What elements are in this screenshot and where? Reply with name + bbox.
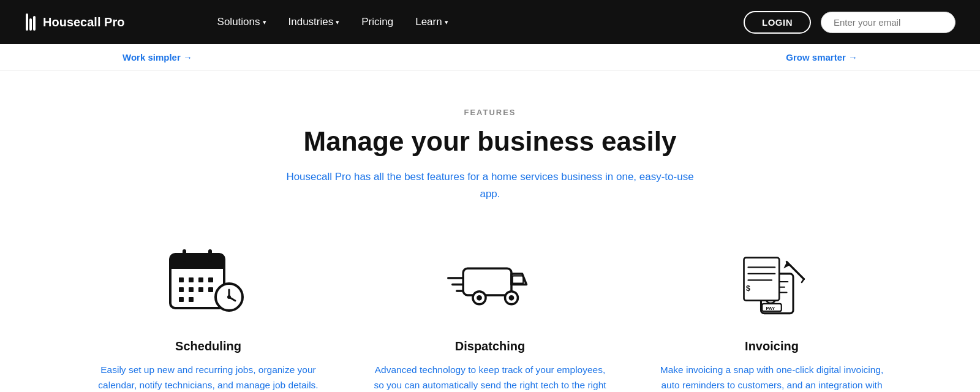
svg-rect-9 xyxy=(189,277,194,282)
dispatching-icon-wrap xyxy=(441,239,539,325)
grow-smarter-link[interactable]: Grow smarter → xyxy=(786,52,858,62)
svg-rect-17 xyxy=(189,297,194,302)
features-title: Manage your business easily xyxy=(49,127,931,156)
work-simpler-link[interactable]: Work simpler → xyxy=(123,52,192,62)
svg-point-21 xyxy=(227,295,231,299)
features-section: FEATURES Manage your business easily Hou… xyxy=(0,71,980,392)
invoicing-title: Invoicing xyxy=(745,339,799,353)
feature-card-dispatching: Dispatching Advanced technology to keep … xyxy=(374,239,606,392)
svg-rect-11 xyxy=(208,277,213,282)
dispatching-desc: Advanced technology to keep track of you… xyxy=(374,362,606,392)
svg-rect-7 xyxy=(208,249,212,262)
svg-text:$: $ xyxy=(746,284,750,293)
svg-rect-1 xyxy=(29,18,32,31)
logo-text: Housecall Pro xyxy=(43,15,124,29)
scheduling-title: Scheduling xyxy=(175,339,241,353)
invoicing-icon-wrap: $ PAY $ xyxy=(723,239,821,325)
logo-icon xyxy=(24,13,38,31)
svg-line-46 xyxy=(802,279,804,282)
scheduling-icon xyxy=(165,242,251,322)
feature-card-invoicing: $ PAY $ Invoicing xyxy=(655,239,888,392)
svg-rect-10 xyxy=(198,277,203,282)
features-eyebrow: FEATURES xyxy=(49,108,931,117)
nav-item-learn[interactable]: Learn ▾ xyxy=(415,16,448,28)
nav-item-solutions[interactable]: Solutions ▾ xyxy=(217,16,266,28)
invoicing-icon: $ PAY $ xyxy=(729,242,815,322)
navbar: Housecall Pro Solutions ▾ Industries ▾ P… xyxy=(0,0,980,44)
dispatching-icon xyxy=(447,242,533,322)
dispatching-title: Dispatching xyxy=(455,339,525,353)
svg-rect-6 xyxy=(183,249,186,262)
svg-rect-0 xyxy=(26,13,28,31)
nav-item-industries[interactable]: Industries ▾ xyxy=(288,16,340,28)
svg-rect-5 xyxy=(170,262,224,269)
svg-rect-8 xyxy=(179,277,184,282)
navbar-actions: LOGIN xyxy=(744,11,956,34)
svg-rect-14 xyxy=(198,287,203,292)
email-input[interactable] xyxy=(821,12,956,33)
nav-menu: Solutions ▾ Industries ▾ Pricing Learn ▾ xyxy=(217,16,448,28)
invoicing-desc: Make invoicing a snap with one-click dig… xyxy=(655,362,888,392)
svg-rect-39 xyxy=(744,257,780,300)
scheduling-icon-wrap xyxy=(159,239,257,325)
features-grid: Scheduling Easily set up new and recurri… xyxy=(49,239,931,392)
svg-rect-22 xyxy=(463,268,511,295)
svg-rect-16 xyxy=(179,297,184,302)
svg-rect-2 xyxy=(33,16,36,31)
chevron-down-icon: ▾ xyxy=(263,18,266,26)
svg-rect-12 xyxy=(179,287,184,292)
svg-point-27 xyxy=(509,295,514,301)
svg-point-25 xyxy=(477,295,482,301)
svg-text:PAY: PAY xyxy=(766,305,775,311)
chevron-down-icon: ▾ xyxy=(445,18,448,26)
feature-card-scheduling: Scheduling Easily set up new and recurri… xyxy=(92,239,325,392)
svg-rect-23 xyxy=(513,276,524,283)
login-button[interactable]: LOGIN xyxy=(744,11,811,34)
nav-item-pricing[interactable]: Pricing xyxy=(361,16,393,28)
scheduling-desc: Easily set up new and recurring jobs, or… xyxy=(92,362,325,392)
chevron-down-icon: ▾ xyxy=(336,18,339,26)
top-strip: Work simpler → Grow smarter → xyxy=(0,44,980,71)
svg-rect-15 xyxy=(208,287,213,292)
logo[interactable]: Housecall Pro xyxy=(24,13,124,31)
svg-rect-13 xyxy=(189,287,194,292)
features-subtitle: Housecall Pro has all the best features … xyxy=(276,168,704,202)
